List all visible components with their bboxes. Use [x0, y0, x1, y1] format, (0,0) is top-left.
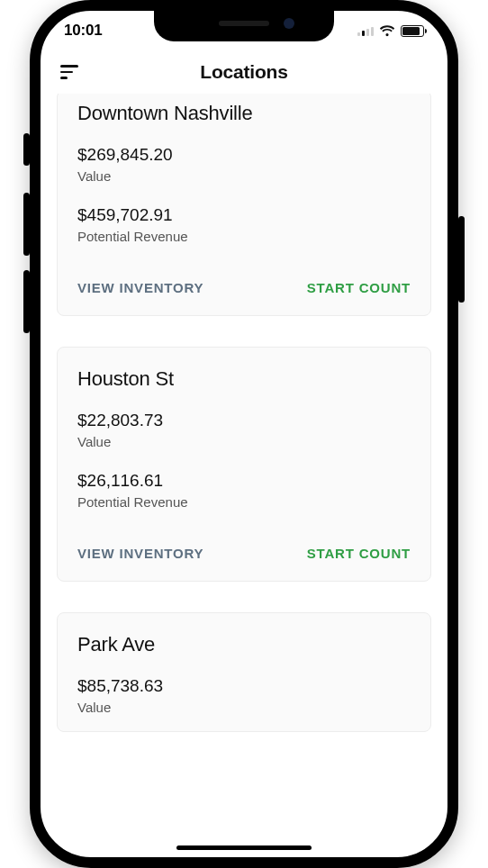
location-value-amount: $85,738.63	[77, 676, 411, 696]
location-value-label: Value	[77, 434, 411, 449]
phone-notch	[154, 11, 334, 41]
battery-icon	[401, 25, 424, 37]
status-time: 10:01	[64, 22, 102, 40]
location-potential-label: Potential Revenue	[77, 229, 411, 244]
app-header: Locations	[41, 50, 447, 94]
location-card: Downtown Nashville $269,845.20 Value $45…	[57, 94, 431, 316]
start-count-button[interactable]: START COUNT	[307, 542, 411, 565]
phone-mute-switch	[23, 133, 30, 166]
location-name: Houston St	[77, 367, 411, 391]
location-value-amount: $22,803.73	[77, 411, 411, 430]
location-name: Downtown Nashville	[77, 102, 411, 125]
location-potential-amount: $459,702.91	[77, 205, 411, 225]
location-potential-amount: $26,116.61	[77, 471, 411, 491]
location-card: Houston St $22,803.73 Value $26,116.61 P…	[57, 347, 431, 582]
wifi-icon	[379, 25, 395, 37]
menu-icon[interactable]	[60, 61, 82, 83]
start-count-button[interactable]: START COUNT	[307, 276, 411, 299]
phone-frame: 10:01 Locations Downtown Nashville $269,…	[30, 0, 458, 868]
phone-volume-up	[23, 193, 30, 256]
view-inventory-button[interactable]: VIEW INVENTORY	[77, 276, 203, 299]
phone-volume-down	[23, 270, 30, 333]
location-potential-label: Potential Revenue	[77, 494, 411, 510]
location-value-amount: $269,845.20	[77, 145, 411, 165]
cellular-icon	[357, 25, 374, 36]
locations-list[interactable]: Downtown Nashville $269,845.20 Value $45…	[41, 94, 447, 857]
location-name: Park Ave	[77, 633, 411, 656]
phone-power-button	[458, 216, 465, 303]
page-title: Locations	[200, 61, 287, 83]
location-card: Park Ave $85,738.63 Value	[57, 612, 431, 732]
location-value-label: Value	[77, 168, 411, 184]
home-indicator[interactable]	[176, 845, 312, 850]
view-inventory-button[interactable]: VIEW INVENTORY	[77, 542, 203, 565]
location-value-label: Value	[77, 700, 411, 715]
